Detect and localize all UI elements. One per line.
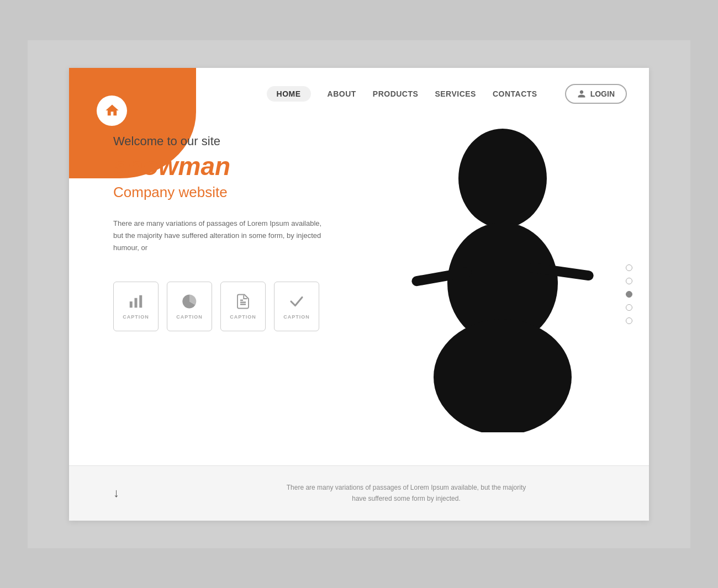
website-card: HOME ABOUT PRODUCTS SERVICES CONTACTS LO… — [69, 68, 649, 521]
feature-caption-1: CAPTION — [123, 314, 149, 320]
snowman-silhouette — [395, 123, 605, 432]
feature-box-pie-chart[interactable]: CAPTION — [167, 282, 212, 331]
svg-point-8 — [434, 319, 572, 432]
feature-icons-row: CAPTION CAPTION C — [113, 282, 389, 331]
footer-bar: ↓ There are many variations of passages … — [69, 465, 649, 521]
feature-box-document[interactable]: CAPTION — [220, 282, 266, 331]
nav-services[interactable]: SERVICES — [435, 89, 476, 98]
svg-rect-0 — [130, 301, 133, 308]
slider-dot-5[interactable] — [626, 317, 632, 324]
user-icon — [577, 89, 586, 98]
checkmark-icon — [288, 293, 305, 310]
slider-dot-1[interactable] — [626, 264, 632, 271]
footer-text: There are many variations of passages of… — [163, 482, 649, 505]
hero-description: There are many variations of passages of… — [113, 218, 323, 254]
footer-line1: There are many variations of passages of… — [287, 484, 526, 491]
brand-name: snowman — [113, 151, 389, 181]
main-content: Welcome to our site snowman Company webs… — [113, 134, 389, 331]
scroll-down-arrow[interactable]: ↓ — [113, 486, 119, 500]
slider-dot-3[interactable] — [626, 291, 632, 298]
navbar: HOME ABOUT PRODUCTS SERVICES CONTACTS LO… — [69, 68, 649, 120]
feature-caption-2: CAPTION — [176, 314, 203, 320]
nav-products[interactable]: PRODUCTS — [373, 89, 419, 98]
company-subtitle: Company website — [113, 184, 389, 201]
feature-caption-3: CAPTION — [230, 314, 256, 320]
svg-rect-3 — [240, 302, 246, 303]
nav-contacts[interactable]: CONTACTS — [493, 89, 537, 98]
feature-box-checkmark[interactable]: CAPTION — [274, 282, 319, 331]
feature-caption-4: CAPTION — [283, 314, 310, 320]
login-label: LOGIN — [590, 89, 615, 98]
slider-dots — [626, 264, 632, 324]
nav-links: HOME ABOUT PRODUCTS SERVICES CONTACTS LO… — [267, 84, 627, 104]
snowman-svg — [395, 123, 605, 432]
svg-rect-2 — [139, 295, 142, 308]
slider-dot-2[interactable] — [626, 278, 632, 284]
svg-rect-4 — [240, 304, 246, 305]
pie-chart-icon — [181, 293, 198, 310]
svg-rect-5 — [240, 300, 243, 301]
svg-rect-1 — [135, 298, 138, 308]
nav-home[interactable]: HOME — [267, 86, 311, 102]
nav-about[interactable]: ABOUT — [328, 89, 356, 98]
outer-frame: HOME ABOUT PRODUCTS SERVICES CONTACTS LO… — [28, 40, 690, 548]
document-icon — [235, 293, 251, 310]
login-button[interactable]: LOGIN — [565, 84, 627, 104]
svg-point-6 — [458, 129, 547, 228]
feature-box-bar-chart[interactable]: CAPTION — [113, 282, 159, 331]
footer-line2: have suffered some form by injected. — [352, 495, 461, 502]
bar-chart-icon — [128, 293, 144, 310]
welcome-text: Welcome to our site — [113, 134, 389, 149]
slider-dot-4[interactable] — [626, 304, 632, 311]
